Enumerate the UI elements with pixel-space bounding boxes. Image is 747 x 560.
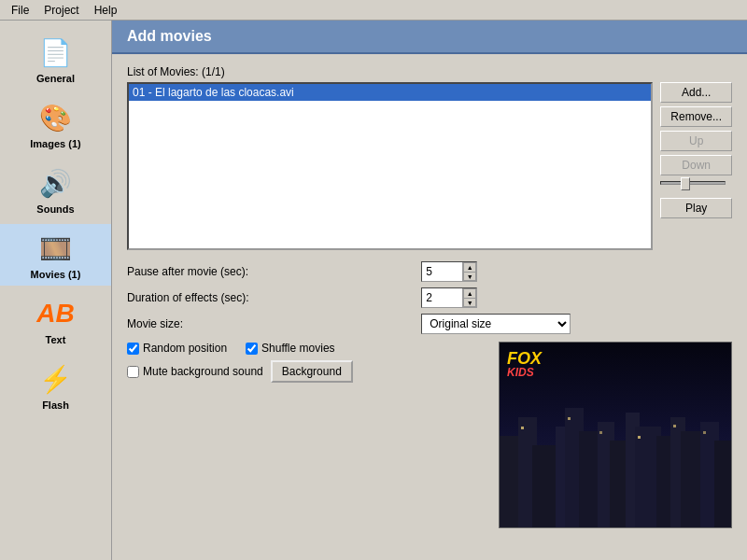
remove-button[interactable]: Remove... [660, 106, 732, 127]
sidebar-item-text[interactable]: AB Text [0, 289, 111, 351]
random-position-checkbox[interactable] [127, 343, 139, 355]
sidebar-item-general[interactable]: 📄 General [0, 28, 111, 90]
svg-rect-17 [568, 417, 571, 420]
svg-rect-16 [521, 427, 524, 429]
settings-grid: Pause after movie (sec): ▲ ▼ Duration of… [127, 261, 732, 334]
sounds-icon: 🔊 [37, 164, 75, 202]
random-position-label: Random position [143, 342, 227, 355]
movie-buttons: Add... Remove... Up Down Play [660, 82, 732, 250]
sidebar-item-sounds[interactable]: 🔊 Sounds [0, 159, 111, 220]
pause-input[interactable] [422, 264, 462, 279]
up-button[interactable]: Up [660, 131, 732, 151]
background-button[interactable]: Background [271, 360, 353, 383]
bottom-area: Random position Shuffle movies Mute back… [127, 342, 732, 528]
movie-list-label: List of Movies: (1/1) [127, 65, 732, 78]
sidebar-item-movies[interactable]: 🎞️ Movies (1) [0, 224, 111, 286]
slider-container [660, 181, 732, 185]
page-title: Add movies [127, 28, 212, 44]
sidebar-label-sounds: Sounds [36, 203, 74, 215]
size-dropdown[interactable]: Original size Full screen Stretch to fit [421, 314, 571, 334]
duration-down-arrow[interactable]: ▼ [463, 298, 476, 307]
controls-left: Random position Shuffle movies Mute back… [127, 342, 484, 383]
duration-arrows: ▲ ▼ [462, 288, 476, 307]
svg-rect-18 [599, 431, 602, 434]
checkbox-row-1: Random position Shuffle movies [127, 342, 484, 355]
movie-listbox[interactable]: 01 - El lagarto de las cloacas.avi [127, 82, 653, 250]
sidebar-label-flash: Flash [42, 399, 69, 411]
fox-logo: FOX [507, 350, 542, 367]
movie-list-area: 01 - El lagarto de las cloacas.avi Add..… [127, 82, 732, 250]
mute-background-checkbox-item[interactable]: Mute background sound [127, 365, 263, 378]
content-body: List of Movies: (1/1) 01 - El lagarto de… [112, 54, 747, 539]
content-header: Add movies [112, 21, 747, 54]
svg-rect-15 [714, 441, 732, 528]
main-layout: 📄 General 🎨 Images (1) 🔊 Sounds 🎞️ Movie… [0, 21, 747, 560]
sidebar-label-text: Text [46, 334, 66, 345]
pause-label: Pause after movie (sec): [127, 265, 410, 278]
sidebar-label-general: General [36, 73, 75, 84]
sidebar: 📄 General 🎨 Images (1) 🔊 Sounds 🎞️ Movie… [0, 21, 112, 560]
svg-rect-20 [673, 425, 676, 427]
logo-overlay: FOX KIDS [507, 350, 542, 378]
sidebar-label-images: Images (1) [30, 138, 80, 149]
add-button[interactable]: Add... [660, 82, 732, 103]
duration-label: Duration of effects (sec): [127, 291, 410, 304]
shuffle-movies-label: Shuffle movies [261, 342, 335, 355]
svg-rect-21 [703, 431, 706, 434]
kids-logo: KIDS [507, 367, 542, 378]
images-icon: 🎨 [37, 99, 75, 136]
down-button[interactable]: Down [660, 155, 732, 175]
sidebar-item-flash[interactable]: ⚡ Flash [0, 355, 111, 416]
menu-help[interactable]: Help [87, 2, 125, 19]
content-area: Add movies List of Movies: (1/1) 01 - El… [112, 21, 747, 560]
shuffle-movies-checkbox[interactable] [246, 343, 258, 355]
duration-input[interactable] [422, 290, 462, 305]
text-icon: AB [37, 295, 75, 332]
mute-background-checkbox[interactable] [127, 366, 139, 378]
mute-background-label: Mute background sound [143, 365, 263, 378]
general-icon: 📄 [37, 34, 75, 71]
pause-spinbox: ▲ ▼ [421, 261, 477, 282]
menu-file[interactable]: File [4, 2, 36, 19]
svg-rect-19 [638, 436, 641, 439]
size-label: Movie size: [127, 317, 410, 330]
size-dropdown-wrap: Original size Full screen Stretch to fit [421, 314, 732, 334]
play-button[interactable]: Play [660, 198, 732, 218]
random-position-checkbox-item[interactable]: Random position [127, 342, 227, 355]
pause-up-arrow[interactable]: ▲ [463, 262, 476, 272]
menu-project[interactable]: Project [36, 2, 86, 19]
mute-background-row: Mute background sound Background [127, 360, 484, 383]
sidebar-item-images[interactable]: 🎨 Images (1) [0, 93, 111, 155]
menu-bar: File Project Help [0, 0, 747, 21]
duration-up-arrow[interactable]: ▲ [463, 288, 476, 298]
pause-down-arrow[interactable]: ▼ [463, 272, 476, 281]
flash-icon: ⚡ [37, 360, 75, 398]
slider-thumb[interactable] [681, 177, 690, 190]
list-item[interactable]: 01 - El lagarto de las cloacas.avi [129, 84, 651, 101]
movies-icon: 🎞️ [37, 230, 75, 267]
preview-city: FOX KIDS [500, 343, 731, 527]
pause-arrows: ▲ ▼ [462, 262, 476, 281]
duration-spinbox: ▲ ▼ [421, 287, 477, 308]
preview-box: FOX KIDS [499, 342, 732, 528]
shuffle-movies-checkbox-item[interactable]: Shuffle movies [246, 342, 335, 355]
sidebar-label-movies: Movies (1) [31, 269, 81, 280]
slider-track[interactable] [660, 181, 726, 185]
